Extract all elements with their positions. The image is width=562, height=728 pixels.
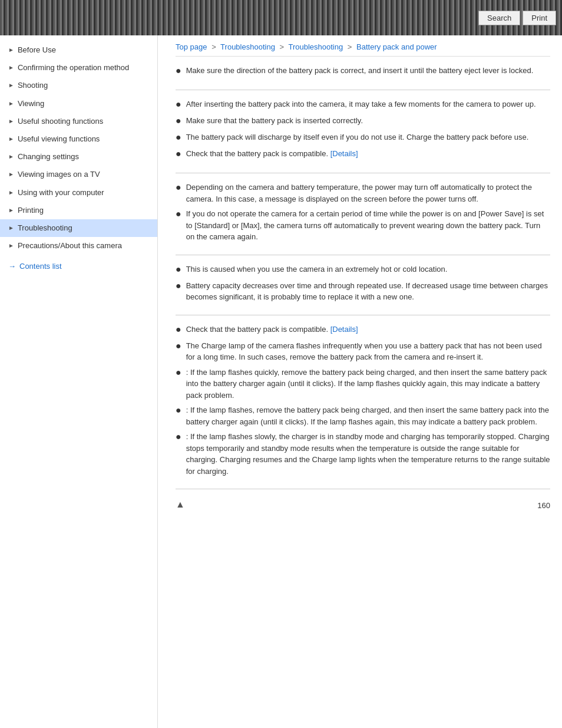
header: Search Print [0,0,562,35]
breadcrumb-sep3: > [348,42,352,51]
sidebar-item-before-use[interactable]: ►Before Use [0,41,157,59]
contents-list-label: Contents list [19,262,62,271]
sidebar-item-label-viewing-tv: Viewing images on a TV [18,169,151,180]
content-area: Top page > Troubleshooting > Troubleshoo… [158,35,562,728]
sidebar-arrow-icon-useful-shooting: ► [8,117,14,126]
sidebar-item-label-precautions: Precautions/About this camera [18,241,151,251]
sidebar-arrow-icon-changing-settings: ► [8,153,14,161]
bullet-dot-icon: ● [176,97,181,111]
list-item: ● : If the lamp flashes slowly, the char… [176,431,550,477]
sidebar-arrow-icon-viewing-tv: ► [8,170,14,179]
list-item: ●Depending on the camera and battery tem… [176,182,550,205]
bullet-dot-icon: ● [176,262,181,276]
bullet-dot-icon: ● [176,114,181,128]
bullet-text: Make sure the direction of the battery p… [186,65,534,77]
sidebar-arrow-icon-viewing: ► [8,100,14,108]
bullet-text: After inserting the battery pack into th… [186,98,536,110]
bullet-list-section1: ●Make sure the direction of the battery … [176,65,550,78]
bullet-dot-icon: ● [176,180,181,195]
sidebar-item-using-computer[interactable]: ►Using with your computer [0,184,157,202]
bullet-text: Depending on the camera and battery temp… [186,182,550,205]
sidebar-arrow-icon-confirming: ► [8,64,14,72]
sidebar-item-label-viewing: Viewing [18,98,151,109]
sidebar-arrow-icon-shooting: ► [8,81,14,90]
sidebar-arrow-icon-useful-viewing: ► [8,135,14,143]
sidebar-item-label-before-use: Before Use [18,45,151,55]
list-item: ● : If the lamp flashes quickly, remove … [176,367,550,401]
breadcrumb-sep2: > [279,42,284,51]
bullet-dot-icon: ● [176,365,181,380]
sidebar-item-troubleshooting[interactable]: ►Troubleshooting [0,219,157,237]
sidebar-item-label-useful-viewing: Useful viewing functions [18,134,151,144]
list-item: ●If you do not operate the camera for a … [176,208,550,243]
contents-list-arrow-icon: → [8,262,16,271]
breadcrumb-troubleshooting1[interactable]: Troubleshooting [220,42,275,51]
header-button-group: Search Print [478,11,556,25]
bullet-text: Battery capacity decreases over time and… [186,280,550,303]
search-button[interactable]: Search [478,11,520,25]
bullet-dot-icon: ● [176,430,181,444]
sidebar-item-precautions[interactable]: ►Precautions/About this camera [0,237,157,255]
list-item: ●Battery capacity decreases over time an… [176,280,550,303]
sidebar-item-useful-viewing[interactable]: ►Useful viewing functions [0,130,157,148]
sidebar-item-label-useful-shooting: Useful shooting functions [18,116,151,127]
sidebar-item-shooting[interactable]: ►Shooting [0,77,157,94]
sidebar-item-label-troubleshooting: Troubleshooting [18,223,151,233]
section-section1: ●Make sure the direction of the battery … [176,57,550,90]
sidebar-item-viewing[interactable]: ►Viewing [0,95,157,113]
sidebar-item-changing-settings[interactable]: ►Changing settings [0,148,157,166]
details-link[interactable]: [Details] [330,325,358,334]
sidebar-item-confirming[interactable]: ►Confirming the operation method [0,59,157,77]
bullet-dot-icon: ● [176,322,181,337]
bullet-text: If you do not operate the camera for a c… [186,208,550,243]
section-section3: ●Depending on the camera and battery tem… [176,173,550,255]
bullet-dot-icon: ● [176,64,181,78]
list-item: ●Make sure the direction of the battery … [176,65,550,78]
bullet-list-section2: ●After inserting the battery pack into t… [176,98,550,161]
bullet-dot-icon: ● [176,339,181,353]
bullet-dot-icon: ● [176,130,181,144]
list-item: ●Check that the battery pack is compatib… [176,324,550,337]
sidebar-item-label-changing-settings: Changing settings [18,151,151,162]
sidebar-item-useful-shooting[interactable]: ►Useful shooting functions [0,113,157,130]
bullet-dot-icon: ● [176,207,181,221]
sidebar-arrow-icon-troubleshooting: ► [8,224,14,232]
bullet-text: : If the lamp flashes slowly, the charge… [186,431,550,477]
bullet-text: This is caused when you use the camera i… [186,263,448,275]
breadcrumb-top[interactable]: Top page [176,42,207,51]
bullet-text: Make sure that the battery pack is inser… [186,115,363,127]
section-section4: ●This is caused when you use the camera … [176,255,550,315]
top-arrow-icon[interactable]: ▲ [176,499,185,510]
bullet-list-section4: ●This is caused when you use the camera … [176,263,550,303]
bullet-dot-icon: ● [176,147,181,161]
sidebar-arrow-icon-precautions: ► [8,242,14,250]
contents-list-link[interactable]: → Contents list [0,257,157,275]
list-item: ●Check that the battery pack is compatib… [176,148,550,161]
sidebar: ►Before Use►Confirming the operation met… [0,35,158,728]
bullet-text: : If the lamp flashes, remove the batter… [186,404,550,427]
sidebar-arrow-icon-printing: ► [8,206,14,215]
sidebar-arrow-icon-before-use: ► [8,46,14,54]
details-link[interactable]: [Details] [330,149,358,158]
bullet-text: Check that the battery pack is compatibl… [186,324,358,335]
print-button[interactable]: Print [523,11,556,25]
page-number: 160 [537,495,550,516]
sidebar-item-label-using-computer: Using with your computer [18,187,151,198]
bullet-text: The Charge lamp of the camera flashes in… [186,340,550,363]
breadcrumb-battery[interactable]: Battery pack and power [356,42,437,51]
bullet-dot-icon: ● [176,279,181,293]
breadcrumb-troubleshooting2[interactable]: Troubleshooting [288,42,343,51]
list-item: ●This is caused when you use the camera … [176,263,550,276]
list-item: ●The battery pack will discharge by itse… [176,131,550,144]
bullet-list-section5: ●Check that the battery pack is compatib… [176,324,550,477]
list-item: ●The Charge lamp of the camera flashes i… [176,340,550,363]
sidebar-item-label-shooting: Shooting [18,80,151,91]
bullet-text: Check that the battery pack is compatibl… [186,148,358,160]
bullet-text: The battery pack will discharge by itsel… [186,131,529,143]
sidebar-item-viewing-tv[interactable]: ►Viewing images on a TV [0,166,157,183]
sidebar-item-printing[interactable]: ►Printing [0,202,157,219]
bullet-dot-icon: ● [176,403,181,417]
breadcrumb-sep1: > [211,42,216,51]
sidebar-arrow-icon-using-computer: ► [8,189,14,197]
list-item: ●Make sure that the battery pack is inse… [176,115,550,128]
